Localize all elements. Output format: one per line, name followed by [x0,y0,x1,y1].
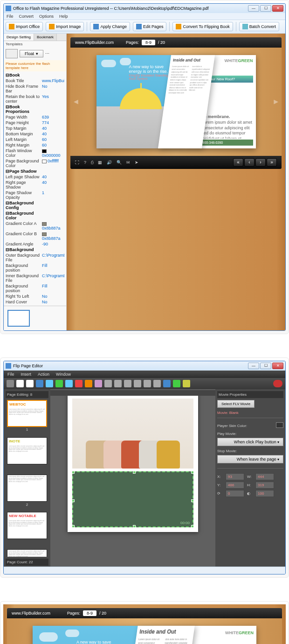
menu-convert[interactable]: Convert [19,14,34,19]
property-row[interactable]: ⊟Background Color [4,210,66,221]
property-row[interactable]: Page Shadow Opacity1 [4,190,66,200]
alpha-input[interactable] [255,490,274,497]
batch-convert-button[interactable]: Batch Convert [239,22,279,31]
tool-button-6[interactable] [65,380,73,387]
close-button[interactable]: ✕ [272,5,283,12]
tool-button-2[interactable] [26,380,34,387]
property-row[interactable]: Right page Shadow40 [4,180,66,190]
resize-handle[interactable] [72,499,75,502]
zoom-icon[interactable]: 🔍 [117,160,122,165]
editor-close-icon[interactable] [273,380,282,387]
property-row[interactable]: Flash Window Color0x000000 [4,148,66,158]
resize-handle[interactable] [191,525,194,528]
tab-bookmark[interactable]: Bookmark [34,34,57,41]
property-row[interactable]: ⊟Book Proportions [4,104,66,114]
tool-button-4[interactable] [46,380,53,387]
menu-file[interactable]: File [7,14,14,19]
page-thumbnail[interactable]: Lorem ipsum dolor sit amet consectetur a… [7,475,47,502]
page-thumbnail[interactable]: NEW NOTABLELorem ipsum dolor sit amet co… [7,512,47,539]
tool-button-15[interactable] [153,380,161,387]
tool-button-11[interactable] [114,380,122,387]
next-page-button[interactable]: › [255,158,266,167]
select-flv-button[interactable]: Select FLV Movie [217,400,255,408]
email-icon[interactable]: ✉ [126,160,130,165]
y-input[interactable] [226,482,244,489]
menu-window[interactable]: Window [56,372,71,377]
tool-button-3[interactable] [36,380,43,387]
x-input[interactable] [226,473,244,480]
tool-button-7[interactable] [75,380,83,387]
share-icon[interactable]: ➤ [135,160,138,165]
play-movie-select[interactable]: When click Play button ▾ [217,438,283,446]
property-row[interactable]: Background positionFill [4,283,66,294]
menu-file[interactable]: File [7,372,14,377]
resize-handle[interactable] [133,525,136,528]
property-row[interactable]: Hard CoverNo [4,299,66,305]
page-thumbnail[interactable]: WEBTOCLorem ipsum dolor sit amet consect… [7,400,47,427]
import-office-button[interactable]: Import Office [6,22,43,31]
help-icon[interactable]: ? [84,160,86,165]
property-row[interactable]: Top Margin40 [4,126,66,131]
template-thumb[interactable] [6,49,18,58]
movie-placeholder[interactable] [72,471,193,527]
menu-insert[interactable]: Insert [21,372,32,377]
pages-input[interactable]: 8-9 [83,610,96,616]
resize-handle[interactable] [191,471,194,474]
close-button[interactable]: ✕ [272,363,283,369]
property-row[interactable]: Page Height774 [4,120,66,126]
tool-button-0[interactable] [7,380,14,387]
property-row[interactable]: Hide Book Frame BarNo [4,84,66,94]
property-row[interactable]: Right Margin60 [4,142,66,148]
maximize-button[interactable]: ☐ [260,5,271,12]
menu-options[interactable]: Options [39,14,54,19]
pages-input[interactable]: 8-9 [142,40,155,45]
tool-button-1[interactable] [16,380,24,387]
prev-arrow[interactable]: ◄ [72,98,80,106]
tool-button-14[interactable] [144,380,151,387]
property-row[interactable]: Gradient Color B0x8b887a [4,231,66,241]
minimize-button[interactable]: — [248,363,259,369]
tool-button-17[interactable] [173,380,180,387]
template-more-button[interactable]: ⋯ [45,51,49,56]
property-row[interactable]: Left page Shadow40 [4,174,66,180]
h-input[interactable] [255,482,274,489]
tool-button-9[interactable] [95,380,102,387]
resize-handle[interactable] [72,525,75,528]
property-row[interactable]: Page Background Color0xffffff [4,158,66,168]
page-thumbnail[interactable]: INOTELorem ipsum dolor sit amet consecte… [7,437,47,464]
editor-canvas[interactable] [68,394,198,532]
tab-design-setting[interactable]: Design Setting [4,34,34,41]
edit-pages-button[interactable]: Edit Pages [133,22,167,31]
print-icon[interactable]: ⎙ [91,160,93,165]
tool-button-13[interactable] [134,380,141,387]
property-row[interactable]: Bottom Margin40 [4,131,66,137]
tool-button-16[interactable] [163,380,171,387]
menu-help[interactable]: Help [59,14,68,19]
prev-page-button[interactable]: ‹ [244,158,255,167]
tool-button-5[interactable] [55,380,63,387]
property-row[interactable]: Background positionFill [4,263,66,273]
apply-change-button[interactable]: Apply Change [90,22,130,31]
tool-button-18[interactable] [183,380,190,387]
convert-button[interactable]: Convert To Flipping Book [172,22,233,31]
sound-icon[interactable]: 🔊 [107,160,112,165]
tool-button-8[interactable] [85,380,92,387]
property-row[interactable]: ⊟Page Shadow [4,168,66,174]
property-row[interactable]: ⊟Background Config [4,200,66,210]
property-row[interactable]: Left Margin60 [4,137,66,142]
property-row[interactable]: Gradient Angle-90 [4,241,66,247]
skin-color-swatch[interactable] [276,422,283,428]
property-row[interactable]: Inner Background FileC:\ProgramD... [4,273,66,283]
tool-button-12[interactable] [124,380,131,387]
menu-action[interactable]: Action [38,372,49,377]
last-page-button[interactable]: » [267,158,277,167]
fullscreen-icon[interactable]: ⛶ [75,160,79,165]
minimize-button[interactable]: — [248,5,259,12]
stop-movie-select[interactable]: When leave the page ▾ [217,455,283,463]
property-row[interactable]: Gradient Color A0x8b887a [4,221,66,231]
property-row[interactable]: Book Titlewww.FlipBuil... [4,78,66,84]
first-page-button[interactable]: « [233,158,243,167]
next-arrow[interactable]: ► [272,98,280,106]
thumbnails-icon[interactable]: ▦ [98,160,102,165]
template-float-button[interactable]: Float▾ [20,50,43,57]
